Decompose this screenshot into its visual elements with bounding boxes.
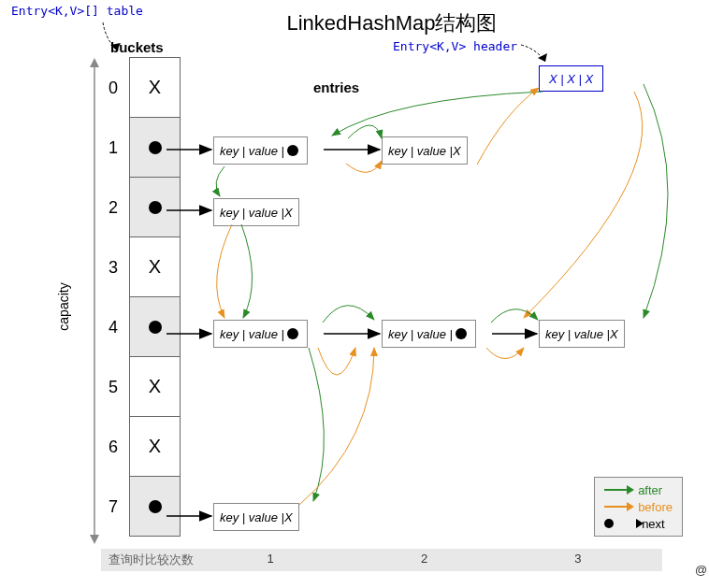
bucket-cell: X: [129, 237, 181, 297]
bucket-cell: X: [129, 356, 181, 417]
legend-before: before: [604, 498, 673, 515]
bucket-row: 7: [101, 477, 181, 537]
entry-text: key | value |: [388, 144, 453, 158]
entry-x: X: [284, 510, 293, 524]
header-entry-text: X | X | X: [549, 72, 593, 86]
entry-text: key | value |: [545, 327, 610, 341]
bucket-index: 5: [101, 378, 129, 397]
footer-n1: 1: [194, 552, 347, 568]
bucket-cell: [129, 476, 181, 537]
arrow-green-icon: [604, 489, 632, 491]
entry-x: X: [610, 327, 618, 341]
bucket-index: 3: [101, 258, 129, 278]
bucket-cell: X: [129, 416, 181, 477]
footer-n2: 2: [347, 552, 500, 568]
entry-text: key | value |: [388, 327, 453, 341]
diagram-title: LinkedHashMap结构图: [84, 9, 700, 37]
entry-box: key | value |: [382, 320, 476, 348]
entry-text: key | value |: [220, 510, 284, 524]
bucket-table: 0X123X45X6X7: [101, 58, 181, 537]
entry-box: key | value | X: [382, 136, 468, 165]
legend-before-label: before: [638, 500, 673, 514]
arrow-orange-icon: [604, 506, 632, 508]
bucket-index: 6: [101, 437, 129, 457]
entry-text: key | value |: [220, 327, 284, 341]
entry-box: key | value |: [213, 320, 308, 348]
bucket-cell: [129, 296, 181, 357]
bucket-row: 6X: [101, 417, 181, 477]
capacity-label: capacity: [56, 282, 71, 330]
buckets-label: buckets: [110, 39, 164, 55]
legend-after-label: after: [638, 483, 662, 497]
dot-icon: [149, 201, 162, 214]
entry-box: key | value | X: [213, 503, 299, 531]
footer-n3: 3: [501, 552, 655, 568]
entry-box: key | value | X: [539, 320, 625, 348]
legend-next-label: next: [642, 517, 665, 531]
bucket-row: 0X: [101, 58, 181, 118]
entry-box: key | value |: [213, 136, 308, 165]
bucket-row: 1: [101, 118, 181, 178]
table-label: Entry<K,V>[] table: [11, 4, 143, 18]
svg-marker-3: [90, 58, 99, 67]
bucket-cell: [129, 117, 181, 178]
bucket-index: 1: [101, 138, 129, 158]
bucket-index: 4: [101, 318, 129, 337]
at-symbol: @: [695, 563, 707, 577]
footer-label: 查询时比较次数: [109, 552, 194, 568]
legend: after before next: [594, 477, 683, 537]
dot-icon: [456, 328, 467, 339]
dot-icon: [287, 328, 298, 339]
dot-icon: [149, 500, 162, 513]
entry-x: X: [284, 206, 293, 220]
capacity-arrow-icon: [88, 58, 97, 544]
bucket-cell: X: [129, 57, 181, 118]
legend-after: after: [604, 481, 673, 498]
bucket-row: 2: [101, 178, 181, 237]
entry-text: key | value |: [220, 206, 284, 220]
header-label: Entry<K,V> header: [393, 39, 517, 53]
dot-icon: [604, 519, 614, 528]
bucket-cell: [129, 177, 181, 237]
entry-box: key | value | X: [213, 198, 299, 226]
dot-icon: [287, 145, 298, 156]
svg-marker-4: [90, 535, 99, 544]
bucket-row: 3X: [101, 237, 181, 297]
entry-x: X: [453, 144, 461, 158]
bucket-index: 0: [101, 79, 129, 98]
header-entry: X | X | X: [539, 65, 603, 92]
entry-text: key | value |: [220, 144, 284, 158]
entries-label: entries: [313, 79, 359, 95]
dot-icon: [149, 321, 162, 334]
bucket-index: 7: [101, 497, 129, 517]
bucket-index: 2: [101, 198, 129, 218]
dot-icon: [149, 141, 162, 154]
bucket-row: 5X: [101, 357, 181, 417]
footer-bar: 查询时比较次数 1 2 3: [101, 549, 662, 571]
legend-next: next: [604, 515, 673, 532]
bucket-row: 4: [101, 297, 181, 357]
